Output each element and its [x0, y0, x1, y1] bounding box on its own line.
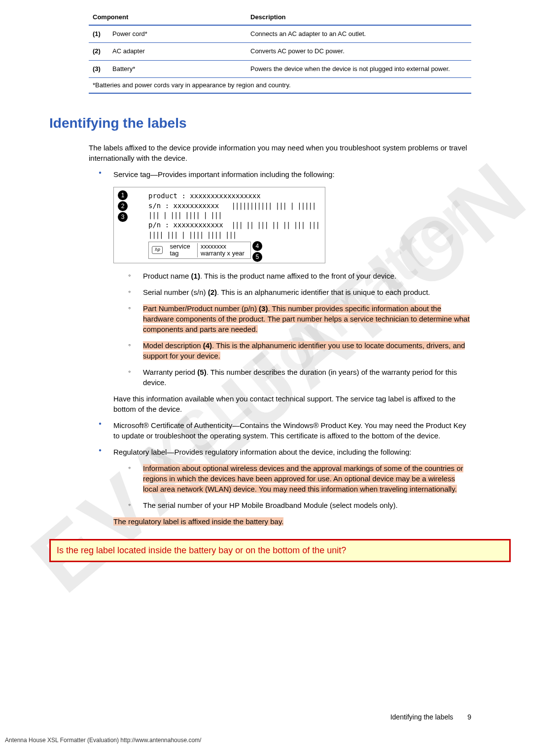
sub-pre: Model description: [143, 341, 203, 350]
sub-bold: (5): [197, 368, 206, 376]
sub-pre: Warranty period: [143, 368, 197, 376]
diagram-sn: s/n : xxxxxxxxxxx: [148, 202, 219, 210]
callout-2: 2: [118, 201, 128, 211]
sub-pre: Product name: [143, 272, 191, 280]
sub-post: . This is an alphanumeric identifier tha…: [217, 288, 430, 296]
section-heading: Identifying the labels: [49, 113, 471, 133]
table-row: (1) Power cord* Connects an AC adapter t…: [89, 25, 471, 43]
reg-sub-hl: Information about optional wireless devi…: [143, 464, 463, 493]
sub-item: Serial number (s/n) (2). This is an alph…: [128, 287, 471, 297]
sub-pre: Serial number (s/n): [143, 288, 208, 296]
diagram-warranty: warranty x year: [201, 250, 245, 257]
bullet-regulatory: Regulatory label—Provides regulatory inf…: [99, 447, 471, 527]
sub-item: Warranty period (5). This number describ…: [128, 367, 471, 388]
sub-pre: Part Number/Product number (p/n): [143, 304, 259, 313]
row-num: (1): [89, 25, 108, 43]
row-num: (3): [89, 60, 108, 77]
sub-hl: Model description (4). This is the alpha…: [143, 341, 465, 360]
model-warranty: xxxxxxxx warranty x year 4 5: [197, 243, 247, 257]
diagram-sn-line: s/n : xxxxxxxxxxx ||||||||||| ||| | ||||…: [148, 201, 325, 220]
sub-bold: (4): [203, 341, 212, 350]
service-tag-box: hp servicetag xxxxxxxx warranty x year 4…: [148, 242, 251, 259]
sub-post: . This is the product name affixed to th…: [200, 272, 396, 280]
regulatory-note: The regulatory label is affixed inside t…: [113, 516, 471, 527]
sub-bold: (3): [259, 304, 268, 313]
page-footer: Identifying the labels 9: [390, 713, 471, 722]
row-name: Battery*: [108, 60, 246, 77]
document-footer: Antenna House XSL Formatter (Evaluation)…: [5, 736, 201, 745]
callout-3: 3: [118, 212, 128, 222]
bullet-service-tag: Service tag—Provides important informati…: [99, 169, 471, 414]
row-num: (2): [89, 43, 108, 60]
intro-paragraph: The labels affixed to the device provide…: [89, 143, 471, 163]
regulatory-text: Regulatory label—Provides regulatory inf…: [113, 448, 412, 456]
sub-item: Information about optional wireless devi…: [128, 463, 471, 494]
hp-logo-icon: hp: [152, 246, 163, 254]
row-desc: Powers the device when the device is not…: [246, 60, 471, 77]
reg-sub: The serial number of your HP Mobile Broa…: [143, 501, 398, 509]
callout-5: 5: [252, 252, 262, 262]
diagram-pn-line: p/n : xxxxxxxxxxxx ||| || ||| || || ||| …: [148, 220, 325, 240]
th-component: Component: [89, 10, 246, 25]
callout-4: 4: [252, 241, 262, 251]
table-footnote: *Batteries and power cords vary in appea…: [89, 78, 471, 94]
service-tag-diagram: 1 2 3 product : xxxxxxxxxxxxxxxxx s/n : …: [113, 187, 325, 263]
row-name: Power cord*: [108, 25, 246, 43]
page-number: 9: [467, 713, 471, 721]
diagram-product: product : xxxxxxxxxxxxxxxxx: [148, 191, 325, 201]
service-tag-label: servicetag: [167, 243, 193, 257]
service-tag-text: Service tag—Provides important informati…: [113, 170, 335, 179]
row-desc: Connects an AC adapter to an AC outlet.: [246, 25, 471, 43]
table-row: (2) AC adapter Converts AC power to DC p…: [89, 43, 471, 60]
table-row: (3) Battery* Powers the device when the …: [89, 60, 471, 77]
component-table: Component Description (1) Power cord* Co…: [89, 10, 471, 78]
sub-bold: (1): [191, 272, 200, 280]
bullet-coa: Microsoft® Certificate of Authenticity—C…: [99, 420, 471, 441]
sub-item: Product name (1). This is the product na…: [128, 271, 471, 281]
diagram-model: xxxxxxxx: [201, 243, 226, 250]
diagram-pn: p/n : xxxxxxxxxxxx: [148, 221, 223, 229]
row-name: AC adapter: [108, 43, 246, 60]
sub-item: Model description (4). This is the alpha…: [128, 340, 471, 361]
sub-hl: Part Number/Product number (p/n) (3). Th…: [143, 304, 470, 333]
row-desc: Converts AC power to DC power.: [246, 43, 471, 60]
service-tag-note: Have this information available when you…: [113, 394, 471, 414]
sub-item: The serial number of your HP Mobile Broa…: [128, 500, 471, 510]
th-description: Description: [246, 10, 471, 25]
callout-1: 1: [118, 190, 128, 200]
sub-bold: (2): [208, 288, 217, 296]
sub-item: Part Number/Product number (p/n) (3). Th…: [128, 303, 471, 334]
review-comment-box: Is the reg label located inside the batt…: [49, 539, 511, 562]
footer-title: Identifying the labels: [390, 713, 454, 721]
